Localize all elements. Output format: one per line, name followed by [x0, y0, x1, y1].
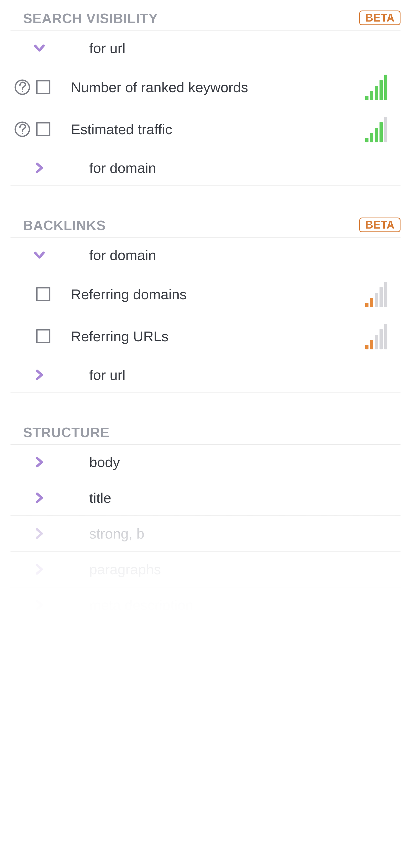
structure-item-body[interactable]: body — [10, 444, 401, 480]
chevron-down-icon — [32, 250, 47, 260]
section-title: STRUCTURE — [23, 425, 110, 440]
metric-label: Estimated traffic — [55, 121, 358, 138]
chevron-right-icon — [32, 564, 47, 575]
chevron-right-icon — [32, 492, 47, 503]
structure-item-title[interactable]: title — [10, 480, 401, 516]
section-title: SEARCH VISIBILITY — [23, 10, 158, 26]
backlinks-for-url-toggle[interactable]: for url — [10, 357, 401, 393]
structure-label: strong, b — [89, 525, 144, 542]
help-icon[interactable] — [14, 79, 30, 95]
metric-row-estimated-traffic: Estimated traffic — [10, 108, 401, 150]
signal-bars-icon — [365, 116, 387, 143]
structure-label: paragraphs — [89, 561, 161, 578]
expand-label: for url — [89, 367, 126, 383]
chevron-right-icon — [32, 457, 47, 468]
chevron-down-icon — [32, 42, 47, 54]
backlinks-for-domain-toggle[interactable]: for domain — [10, 238, 401, 273]
checkbox-estimated-traffic[interactable] — [36, 122, 50, 136]
structure-item-strong-b[interactable]: strong, b — [10, 516, 401, 552]
section-title: BACKLINKS — [23, 218, 106, 233]
metric-label: Number of ranked keywords — [55, 79, 358, 96]
beta-badge: BETA — [359, 10, 401, 25]
metric-row-ranked-keywords: Number of ranked keywords — [10, 66, 401, 108]
svg-rect-1 — [22, 91, 23, 92]
structure-label: meta description — [89, 597, 193, 613]
structure-label: body — [89, 454, 120, 470]
search-visibility-for-url-toggle[interactable]: for url — [10, 30, 401, 66]
checkbox-referring-urls[interactable] — [36, 329, 50, 343]
chevron-right-icon — [32, 369, 47, 380]
signal-bars-icon — [365, 281, 387, 307]
beta-badge: BETA — [359, 218, 401, 232]
section-header-backlinks: BACKLINKS BETA — [10, 218, 401, 238]
signal-bars-icon — [365, 74, 387, 100]
signal-bars-icon — [365, 323, 387, 349]
metric-label: Referring domains — [55, 286, 358, 303]
section-header-search-visibility: SEARCH VISIBILITY BETA — [10, 10, 401, 30]
chevron-right-icon — [32, 162, 47, 174]
metric-row-referring-urls: Referring URLs — [10, 315, 401, 357]
section-header-structure: STRUCTURE — [10, 425, 401, 444]
structure-item-meta-description[interactable]: meta description — [10, 587, 401, 623]
metric-row-referring-domains: Referring domains — [10, 273, 401, 315]
expand-label: for domain — [89, 247, 156, 263]
search-visibility-for-domain-toggle[interactable]: for domain — [10, 150, 401, 186]
svg-rect-3 — [22, 133, 23, 134]
structure-label: title — [89, 490, 111, 506]
chevron-right-icon — [32, 599, 47, 611]
chevron-right-icon — [32, 528, 47, 539]
expand-label: for url — [89, 40, 126, 56]
structure-item-paragraphs[interactable]: paragraphs — [10, 552, 401, 587]
expand-label: for domain — [89, 160, 156, 176]
checkbox-ranked-keywords[interactable] — [36, 80, 50, 94]
help-icon[interactable] — [14, 121, 30, 137]
checkbox-referring-domains[interactable] — [36, 287, 50, 301]
metric-label: Referring URLs — [55, 328, 358, 345]
